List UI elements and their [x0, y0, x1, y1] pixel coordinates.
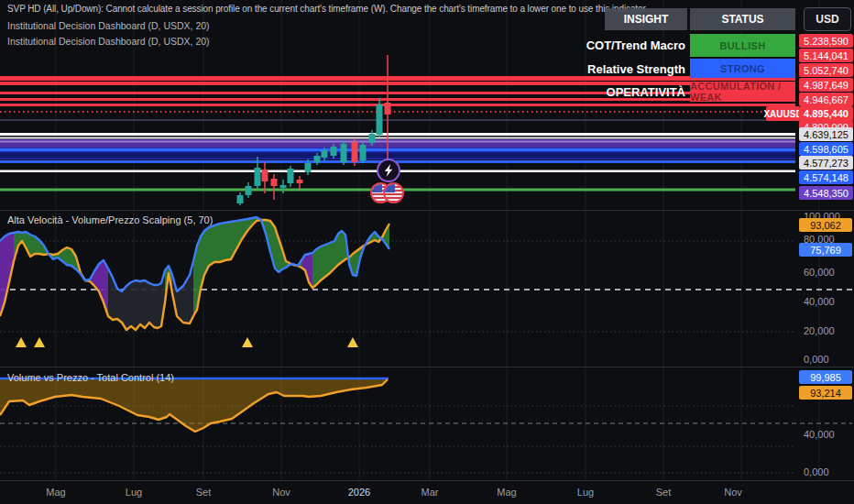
time-label: Lug — [114, 487, 154, 498]
price-label: 4.574,148 — [799, 170, 853, 184]
indicator-value-badge: 75,769 — [799, 243, 852, 257]
candle — [369, 134, 376, 143]
price-label: 4.577,273 — [799, 156, 853, 170]
axis-label: 0,000 — [804, 354, 829, 365]
price-level-line — [0, 141, 795, 143]
candle — [322, 150, 328, 158]
axis-label: 60,000 — [804, 267, 835, 278]
time-label: Nov — [261, 487, 301, 498]
price-level-line — [0, 133, 795, 136]
candle — [280, 185, 287, 188]
table-header-insight: INSIGHT — [605, 8, 687, 30]
insight-label-relative-strength: Relative Strength — [513, 62, 685, 76]
price-label: 5.052,740 — [799, 63, 853, 77]
insight-label-cot-trend: COT/Trend Macro — [513, 38, 685, 52]
price-level-line — [0, 76, 795, 81]
price-label: 4.598,605 — [799, 142, 853, 156]
table-header-status: STATUS — [690, 8, 795, 30]
pane-title-volume-scalping: Alta Velocità - Volume/Prezzo Scalping (… — [7, 214, 213, 225]
candle — [255, 168, 261, 186]
signal-triangle-icon — [242, 337, 253, 347]
indicator-value-badge: 93,214 — [799, 386, 852, 400]
symbol-badge-xauusd: XAUUSD — [766, 106, 800, 121]
time-label: 2026 — [339, 487, 379, 498]
signal-triangle-icon — [347, 337, 358, 347]
candle — [271, 179, 278, 186]
candle — [352, 142, 358, 162]
candle — [377, 104, 383, 135]
us-flag-circle — [383, 182, 404, 203]
price-label: 5.144,041 — [799, 49, 853, 62]
time-label: Lug — [565, 487, 606, 498]
candle — [385, 103, 391, 115]
candle — [331, 147, 337, 156]
price-level-line — [0, 153, 795, 159]
pane-title-total-control: Volume vs Prezzo - Total Control (14) — [7, 372, 174, 383]
price-label: 4.987,649 — [799, 78, 853, 92]
status-chip-bullish: BULLISH — [690, 34, 795, 57]
axis-label: 40,000 — [804, 429, 835, 440]
candle — [262, 170, 268, 181]
time-label: Set — [183, 487, 224, 498]
lightning-bolt-glyph — [384, 164, 394, 177]
price-level-line — [0, 148, 795, 151]
current-price-label: 4.895,440 — [799, 106, 853, 121]
indicator-value-badge: 99,985 — [799, 370, 852, 384]
price-label: 4.946,667 — [799, 93, 853, 106]
insight-label-operativita: OPERATIVITÀ — [513, 85, 685, 99]
candle — [360, 145, 367, 160]
price-level-line — [0, 119, 795, 121]
price-label: 4.639,125 — [799, 127, 853, 141]
currency-button[interactable]: USD — [804, 7, 851, 31]
price-label: 5.238,590 — [799, 34, 853, 48]
axis-label: 0,000 — [804, 466, 829, 477]
time-label: Set — [643, 487, 684, 498]
study-label-dashboard-1: Institutional Decision Dashboard (D, USD… — [7, 20, 210, 31]
series-fill — [108, 268, 165, 330]
time-label: Mag — [487, 487, 527, 498]
candle — [246, 186, 252, 195]
signal-triangle-icon — [34, 337, 45, 347]
us-flags-icon — [370, 182, 404, 203]
indicator-value-badge: 93,062 — [799, 218, 852, 232]
candle — [288, 169, 294, 183]
candle — [305, 163, 312, 172]
price-level-line — [0, 139, 795, 148]
price-level-line — [0, 104, 795, 106]
time-label: Nov — [713, 487, 753, 498]
candle — [297, 180, 303, 183]
lightning-icon — [377, 159, 400, 182]
candle — [341, 144, 347, 162]
study-label-dashboard-2: Institutional Decision Dashboard (D, USD… — [7, 36, 210, 47]
status-chip-strong: STRONG — [690, 59, 795, 78]
time-label: Mag — [36, 487, 76, 498]
signal-triangle-icon — [16, 337, 27, 347]
price-label: 4.548,350 — [799, 186, 853, 200]
price-level-line — [0, 137, 795, 139]
axis-label: 20,000 — [804, 325, 835, 336]
time-label: Mar — [410, 487, 450, 498]
axis-label: 40,000 — [804, 296, 835, 307]
status-chip-accumulation-weak: ACCUMULATION / WEAK — [690, 82, 795, 102]
candle — [237, 195, 244, 203]
study-error-message: SVP HD (All, Up/Down): Cannot calculate … — [7, 4, 648, 14]
tradingview-chart-window: SVP HD (All, Up/Down): Cannot calculate … — [0, 0, 854, 504]
candle — [314, 156, 321, 162]
